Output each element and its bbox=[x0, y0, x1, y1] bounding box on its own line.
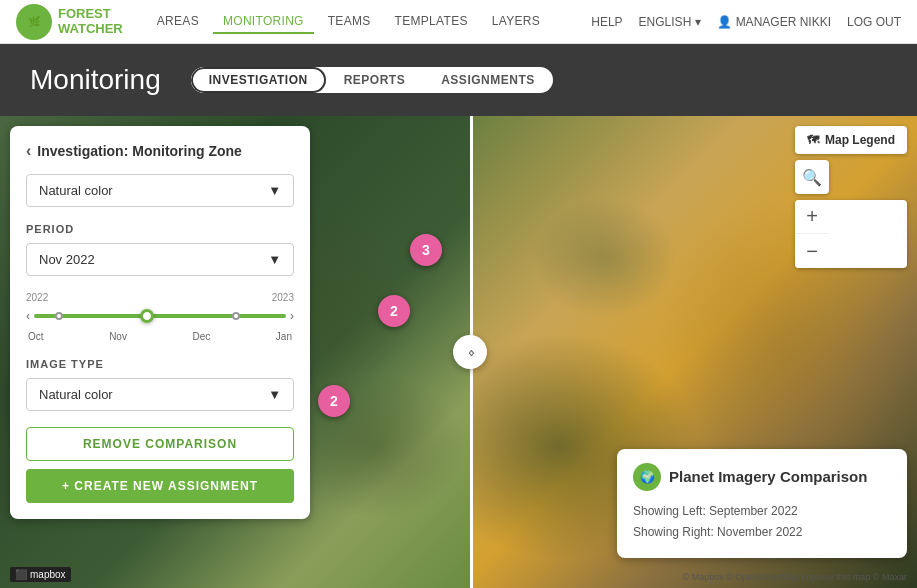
image-type-chevron-icon: ▼ bbox=[268, 387, 281, 402]
mapbox-logo[interactable]: ⬛ mapbox bbox=[10, 567, 71, 582]
nav-templates[interactable]: TEMPLATES bbox=[385, 10, 478, 34]
zoom-out-button[interactable]: − bbox=[795, 234, 829, 268]
planet-card-header: 🌍 Planet Imagery Comparison bbox=[633, 463, 891, 491]
marker-3[interactable]: 3 bbox=[410, 234, 442, 266]
search-icon: 🔍 bbox=[802, 168, 822, 187]
planet-card-info: Showing Left: September 2022 Showing Rig… bbox=[633, 501, 891, 544]
tab-group: INVESTIGATION REPORTS ASSIGNMENTS bbox=[191, 67, 553, 93]
slider-track[interactable] bbox=[34, 314, 286, 318]
nav-monitoring[interactable]: MONITORING bbox=[213, 10, 314, 34]
map-controls: 🗺 Map Legend 🔍 + − bbox=[795, 126, 907, 268]
planet-card-title: Planet Imagery Comparison bbox=[669, 468, 867, 485]
period-chevron-icon: ▼ bbox=[268, 252, 281, 267]
slider-container: 2022 2023 ‹ › Oct Nov Dec Jan bbox=[26, 292, 294, 342]
map-legend-button[interactable]: 🗺 Map Legend bbox=[795, 126, 907, 154]
map-area: ‹› ‹ Investigation: Monitoring Zone Natu… bbox=[0, 116, 917, 588]
remove-comparison-button[interactable]: REMOVE COMPARISON bbox=[26, 427, 294, 461]
create-assignment-button[interactable]: + CREATE NEW ASSIGNMENT bbox=[26, 469, 294, 503]
nav-teams[interactable]: TEAMS bbox=[318, 10, 381, 34]
logo-text: FOREST WATCHER bbox=[58, 7, 123, 36]
slider-year-left: 2022 bbox=[26, 292, 48, 303]
image-type-label: IMAGE TYPE bbox=[26, 358, 294, 370]
slider-left-arrow-icon[interactable]: ‹ bbox=[26, 309, 30, 323]
nav-layers[interactable]: LAYERS bbox=[482, 10, 550, 34]
logo[interactable]: 🌿 FOREST WATCHER bbox=[16, 4, 123, 40]
top-nav: 🌿 FOREST WATCHER AREAS MONITORING TEAMS … bbox=[0, 0, 917, 44]
nav-right: HELP ENGLISH ▾ 👤 MANAGER NIKKI LOG OUT bbox=[591, 15, 901, 29]
panel-back-button[interactable]: ‹ Investigation: Monitoring Zone bbox=[26, 142, 294, 160]
mapbox-icon: ⬛ bbox=[15, 569, 27, 580]
slider-label-nov: Nov bbox=[109, 331, 127, 342]
color-dropdown-value: Natural color bbox=[39, 183, 113, 198]
planet-imagery-card: 🌍 Planet Imagery Comparison Showing Left… bbox=[617, 449, 907, 558]
image-type-dropdown[interactable]: Natural color ▼ bbox=[26, 378, 294, 411]
globe-icon: 🌍 bbox=[640, 470, 655, 484]
side-panel: ‹ Investigation: Monitoring Zone Natural… bbox=[10, 126, 310, 519]
color-dropdown[interactable]: Natural color ▼ bbox=[26, 174, 294, 207]
mapbox-logo-box: ⬛ mapbox bbox=[10, 567, 71, 582]
nav-user[interactable]: 👤 MANAGER NIKKI bbox=[717, 15, 831, 29]
slider-right-arrow-icon[interactable]: › bbox=[290, 309, 294, 323]
zoom-controls: + − bbox=[795, 200, 907, 268]
map-divider-handle[interactable]: ‹› bbox=[453, 335, 487, 369]
zoom-in-button[interactable]: + bbox=[795, 200, 829, 234]
tab-reports[interactable]: REPORTS bbox=[326, 67, 424, 93]
slider-thumb[interactable] bbox=[140, 309, 154, 323]
planet-icon: 🌍 bbox=[633, 463, 661, 491]
planet-right-info: Showing Right: November 2022 bbox=[633, 522, 891, 544]
planet-left-info: Showing Left: September 2022 bbox=[633, 501, 891, 523]
nav-help[interactable]: HELP bbox=[591, 15, 622, 29]
monitoring-header: Monitoring INVESTIGATION REPORTS ASSIGNM… bbox=[0, 44, 917, 116]
panel-title: Investigation: Monitoring Zone bbox=[37, 143, 242, 159]
nav-links: AREAS MONITORING TEAMS TEMPLATES LAYERS bbox=[147, 10, 550, 34]
slider-label-dec: Dec bbox=[192, 331, 210, 342]
chevron-down-icon: ▼ bbox=[268, 183, 281, 198]
slider-track-area[interactable]: ‹ › bbox=[26, 305, 294, 327]
page-title: Monitoring bbox=[30, 64, 161, 96]
map-attribution: © Mapbox © OpenStreetMap Improve this ma… bbox=[683, 572, 907, 582]
divider-arrows-icon: ‹› bbox=[468, 344, 471, 360]
slider-dates: 2022 2023 bbox=[26, 292, 294, 303]
slider-year-right: 2023 bbox=[272, 292, 294, 303]
nav-logout[interactable]: LOG OUT bbox=[847, 15, 901, 29]
slider-labels: Oct Nov Dec Jan bbox=[26, 331, 294, 342]
period-label: PERIOD bbox=[26, 223, 294, 235]
tab-assignments[interactable]: ASSIGNMENTS bbox=[423, 67, 553, 93]
image-type-value: Natural color bbox=[39, 387, 113, 402]
search-button[interactable]: 🔍 bbox=[795, 160, 829, 194]
back-arrow-icon: ‹ bbox=[26, 142, 31, 160]
logo-icon: 🌿 bbox=[16, 4, 52, 40]
slider-dot-left[interactable] bbox=[55, 312, 63, 320]
tab-investigation[interactable]: INVESTIGATION bbox=[191, 67, 326, 93]
marker-2b[interactable]: 2 bbox=[318, 385, 350, 417]
map-legend-icon: 🗺 bbox=[807, 133, 819, 147]
period-value: Nov 2022 bbox=[39, 252, 95, 267]
slider-dot-right[interactable] bbox=[232, 312, 240, 320]
slider-label-oct: Oct bbox=[28, 331, 44, 342]
nav-language[interactable]: ENGLISH ▾ bbox=[639, 15, 701, 29]
period-dropdown[interactable]: Nov 2022 ▼ bbox=[26, 243, 294, 276]
nav-areas[interactable]: AREAS bbox=[147, 10, 209, 34]
slider-label-jan: Jan bbox=[276, 331, 292, 342]
user-icon: 👤 bbox=[717, 15, 732, 29]
